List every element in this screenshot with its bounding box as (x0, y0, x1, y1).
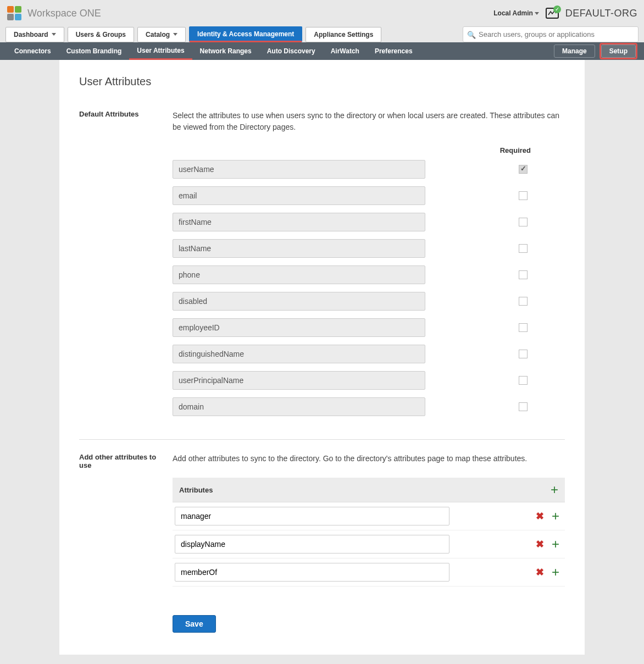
custom-attribute-row: ✖+ (173, 502, 565, 530)
attribute-row: employeeID (173, 318, 565, 337)
tab-label: Dashboard (14, 31, 48, 38)
custom-attributes-header: Attributes + (173, 478, 565, 502)
org-chart-icon: ✓ (546, 8, 559, 19)
attribute-name-field: disabled (173, 292, 425, 311)
subnav-bar: Connectors Custom Branding User Attribut… (0, 42, 644, 60)
tab-label: Appliance Settings (314, 31, 373, 38)
main-tabs-row: Dashboard Users & Groups Catalog Identit… (0, 26, 644, 42)
attribute-row: phone (173, 265, 565, 284)
attribute-name-field: email (173, 186, 425, 205)
check-icon: ✓ (553, 5, 561, 13)
custom-attribute-input[interactable] (175, 535, 449, 554)
subnav-airwatch[interactable]: AirWatch (323, 42, 367, 60)
attribute-name-field: userName (173, 160, 425, 179)
custom-section-desc: Add other attributes to sync to the dire… (173, 453, 565, 464)
attribute-name-field: firstName (173, 213, 425, 231)
custom-attribute-input[interactable] (175, 507, 449, 525)
add-attribute-icon[interactable]: + (552, 538, 559, 551)
attribute-name-field: employeeID (173, 318, 425, 337)
custom-attributes-section: Add other attributes to use Add other at… (79, 453, 565, 602)
tab-appliance-settings[interactable]: Appliance Settings (306, 27, 381, 42)
setup-highlight: Setup (599, 43, 637, 59)
attribute-name-field: domain (173, 397, 425, 416)
attribute-row: disabled (173, 292, 565, 311)
caret-down-icon (52, 33, 56, 36)
attribute-name-field: userPrincipalName (173, 371, 425, 390)
page-title: User Attributes (79, 75, 565, 88)
attribute-row: firstName (173, 213, 565, 231)
custom-attribute-row: ✖+ (173, 558, 565, 586)
custom-attribute-input[interactable] (175, 563, 449, 582)
caret-down-icon (535, 12, 539, 15)
required-checkbox[interactable] (519, 270, 528, 279)
subnav-network-ranges[interactable]: Network Ranges (192, 42, 259, 60)
required-checkbox[interactable] (519, 244, 528, 253)
org-name: DEFAULT-ORG (565, 8, 637, 19)
save-button[interactable]: Save (173, 615, 216, 633)
attribute-row: distinguishedName (173, 345, 565, 363)
tab-label: Catalog (146, 31, 170, 38)
required-checkbox[interactable] (519, 218, 528, 226)
tab-catalog[interactable]: Catalog (137, 27, 186, 42)
section-label-default: Default Attributes (79, 110, 173, 424)
subnav-connectors[interactable]: Connectors (7, 42, 59, 60)
tab-identity-access[interactable]: Identity & Access Management (189, 26, 302, 42)
tab-dashboard[interactable]: Dashboard (5, 27, 64, 42)
attribute-name-field: lastName (173, 239, 425, 258)
default-section-desc: Select the attributes to use when users … (173, 110, 565, 133)
custom-header-label: Attributes (179, 486, 213, 494)
attribute-name-field: distinguishedName (173, 345, 425, 363)
add-attribute-icon[interactable]: + (552, 566, 559, 579)
section-label-custom: Add other attributes to use (79, 453, 173, 586)
manage-button[interactable]: Manage (554, 45, 595, 58)
add-attribute-icon[interactable]: + (552, 510, 559, 523)
custom-attribute-row: ✖+ (173, 530, 565, 558)
main-panel: User Attributes Default Attributes Selec… (59, 60, 585, 655)
user-menu[interactable]: Local Admin (493, 9, 539, 17)
required-checkbox[interactable] (519, 297, 528, 306)
remove-attribute-icon[interactable]: ✖ (536, 566, 544, 578)
user-menu-label: Local Admin (493, 9, 533, 17)
attribute-row: domain (173, 397, 565, 416)
attribute-row: email (173, 186, 565, 205)
remove-attribute-icon[interactable]: ✖ (536, 538, 544, 550)
default-attributes-section: Default Attributes Select the attributes… (79, 110, 565, 440)
required-checkbox[interactable] (519, 191, 528, 200)
attribute-row: lastName (173, 239, 565, 258)
attribute-row: userName (173, 160, 565, 179)
required-checkbox[interactable] (519, 350, 528, 358)
subnav-preferences[interactable]: Preferences (367, 42, 420, 60)
remove-attribute-icon[interactable]: ✖ (536, 510, 544, 522)
subnav-user-attributes[interactable]: User Attributes (129, 42, 192, 60)
brand-title: Workspace ONE (27, 8, 101, 19)
add-attribute-icon[interactable]: + (551, 483, 558, 496)
subnav-custom-branding[interactable]: Custom Branding (59, 42, 130, 60)
required-checkbox[interactable] (519, 376, 528, 385)
search-input[interactable] (463, 26, 639, 42)
caret-down-icon (173, 33, 177, 36)
required-column-header: Required (173, 146, 565, 154)
required-checkbox[interactable] (519, 402, 528, 411)
search-container: 🔍 (463, 26, 639, 42)
attribute-name-field: phone (173, 265, 425, 284)
search-icon: 🔍 (467, 30, 476, 38)
tab-label: Identity & Access Management (197, 30, 294, 38)
setup-button[interactable]: Setup (601, 45, 636, 58)
subnav-auto-discovery[interactable]: Auto Discovery (259, 42, 323, 60)
tab-users-groups[interactable]: Users & Groups (68, 27, 134, 42)
tab-label: Users & Groups (76, 31, 126, 38)
header-bar: Workspace ONE Local Admin ✓ DEFAULT-ORG (0, 0, 644, 26)
required-checkbox[interactable] (519, 323, 528, 332)
vmware-logo-icon (7, 5, 22, 21)
required-checkbox (519, 165, 528, 174)
attribute-row: userPrincipalName (173, 371, 565, 390)
